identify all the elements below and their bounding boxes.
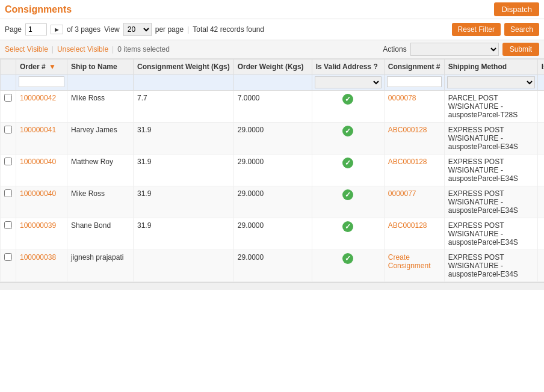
- filter-order-input[interactable]: [19, 76, 64, 87]
- row-cons-num[interactable]: ABC000128: [384, 218, 444, 250]
- row-cons-num[interactable]: Create Consignment: [384, 250, 444, 282]
- check-icon: ✓: [342, 126, 353, 136]
- row-cons-num[interactable]: 0000077: [384, 186, 444, 218]
- row-shipping-method: PARCEL POST W/SIGNATURE - ausposteParcel…: [444, 91, 537, 123]
- row-cons-weight: 31.9: [134, 155, 234, 186]
- row-checkbox[interactable]: [4, 221, 12, 229]
- order-link[interactable]: 100000041: [20, 126, 56, 134]
- order-link[interactable]: 100000042: [20, 94, 56, 102]
- order-link[interactable]: 100000040: [20, 189, 56, 198]
- filter-shipping-method-select[interactable]: [447, 76, 535, 88]
- check-icon: ✓: [342, 189, 353, 200]
- check-icon: ✓: [342, 94, 353, 105]
- search-button[interactable]: Search: [504, 23, 539, 36]
- row-labels-created: ✓: [537, 123, 544, 155]
- row-cons-weight: 31.9: [134, 218, 234, 250]
- page-input[interactable]: [25, 23, 47, 35]
- row-order-num[interactable]: 100000039: [16, 218, 67, 250]
- filter-cons-num-cell[interactable]: [384, 75, 444, 91]
- row-checkbox-cell[interactable]: [1, 186, 16, 218]
- row-order-weight: 29.0000: [233, 250, 312, 282]
- cons-num-link[interactable]: 0000078: [388, 94, 416, 102]
- row-order-weight: 29.0000: [233, 218, 312, 250]
- page-nav-icon[interactable]: ►: [51, 25, 63, 34]
- row-order-num[interactable]: 100000040: [16, 186, 67, 218]
- select-visible-link[interactable]: Select Visible: [5, 45, 48, 54]
- filter-shipping-method-cell[interactable]: [444, 75, 537, 91]
- filter-valid-address-select[interactable]: Yes No: [315, 76, 382, 88]
- sort-arrow-order: ▼: [49, 63, 56, 71]
- row-checkbox-cell[interactable]: [1, 250, 16, 282]
- row-ship-name: Mike Ross: [67, 91, 134, 123]
- table-row: 100000040Mike Ross31.929.0000✓0000077EXP…: [1, 186, 545, 218]
- order-link[interactable]: 100000038: [20, 253, 56, 262]
- filter-order-cell[interactable]: [16, 75, 67, 91]
- submit-button[interactable]: Submit: [502, 43, 539, 56]
- col-header-shipping-method: Shipping Method: [444, 60, 537, 75]
- row-checkbox[interactable]: [4, 253, 12, 261]
- col-header-order[interactable]: Order # ▼: [16, 60, 67, 75]
- items-selected-label: 0 items selected: [117, 45, 170, 54]
- consignments-table: Order # ▼ Ship to Name Consignment Weigh…: [0, 59, 544, 282]
- cons-num-link[interactable]: 0000077: [388, 189, 416, 198]
- row-checkbox[interactable]: [4, 189, 12, 197]
- row-valid-address: ✓: [312, 123, 384, 155]
- dispatch-button[interactable]: Dispatch: [494, 2, 539, 16]
- row-shipping-method: EXPRESS POST W/SIGNATURE - ausposteParce…: [444, 123, 537, 155]
- col-label-order: Order #: [20, 63, 46, 71]
- page-title: Consignments: [5, 4, 72, 15]
- col-header-cons-weight: Consignment Weight (Kgs): [134, 60, 234, 75]
- table-filter-row: Yes No: [1, 75, 545, 91]
- per-page-label: per page: [155, 25, 184, 34]
- row-checkbox[interactable]: [4, 126, 12, 133]
- filter-valid-address-cell[interactable]: Yes No: [312, 75, 384, 91]
- horizontal-scrollbar[interactable]: [0, 283, 544, 290]
- unselect-visible-link[interactable]: Unselect Visible: [57, 45, 108, 54]
- row-checkbox[interactable]: [4, 94, 12, 102]
- row-cons-num[interactable]: ABC000128: [384, 155, 444, 186]
- row-order-num[interactable]: 100000040: [16, 155, 67, 186]
- row-shipping-method: EXPRESS POST W/SIGNATURE - ausposteParce…: [444, 155, 537, 186]
- row-shipping-method: EXPRESS POST W/SIGNATURE - ausposteParce…: [444, 186, 537, 218]
- row-ship-name: Harvey James: [67, 123, 134, 155]
- row-ship-name: Shane Bond: [67, 218, 134, 250]
- row-labels-created: ✕: [537, 91, 544, 123]
- toolbar: Page ► of 3 pages View 20 50 100 200 per…: [0, 19, 544, 40]
- cons-num-link[interactable]: ABC000128: [388, 158, 427, 166]
- filter-cons-num-input[interactable]: [387, 76, 442, 87]
- row-checkbox-cell[interactable]: [1, 155, 16, 186]
- row-shipping-method: EXPRESS POST W/SIGNATURE - ausposteParce…: [444, 218, 537, 250]
- row-checkbox-cell[interactable]: [1, 218, 16, 250]
- order-link[interactable]: 100000039: [20, 221, 56, 230]
- order-link[interactable]: 100000040: [20, 158, 56, 166]
- table-header-row: Order # ▼ Ship to Name Consignment Weigh…: [1, 60, 545, 75]
- row-cons-weight: 31.9: [134, 123, 234, 155]
- row-cons-num[interactable]: ABC000128: [384, 123, 444, 155]
- create-consignment-link[interactable]: Create Consignment: [388, 253, 431, 270]
- top-bar: Consignments Dispatch: [0, 0, 544, 19]
- row-checkbox-cell[interactable]: [1, 123, 16, 155]
- per-page-select[interactable]: 20 50 100 200: [123, 23, 152, 36]
- actions-select[interactable]: Print Labels Create Consignments: [410, 43, 499, 56]
- action-bar: Select Visible | Unselect Visible | 0 it…: [0, 40, 544, 59]
- row-order-num[interactable]: 100000042: [16, 91, 67, 123]
- row-ship-name: jignesh prajapati: [67, 250, 134, 282]
- row-checkbox[interactable]: [4, 158, 12, 165]
- table-row: 100000040Matthew Roy31.929.0000✓ABC00012…: [1, 155, 545, 186]
- check-icon: ✓: [342, 253, 353, 264]
- row-order-num[interactable]: 100000041: [16, 123, 67, 155]
- check-icon: ✓: [342, 158, 353, 168]
- col-header-ship-name: Ship to Name: [67, 60, 134, 75]
- reset-filter-button[interactable]: Reset Filter: [452, 23, 501, 36]
- actions-label: Actions: [383, 45, 406, 54]
- cons-num-link[interactable]: ABC000128: [388, 126, 427, 134]
- check-icon: ✓: [342, 221, 353, 232]
- row-cons-num[interactable]: 0000078: [384, 91, 444, 123]
- row-valid-address: ✓: [312, 250, 384, 282]
- row-labels-created: ✓: [537, 186, 544, 218]
- col-header-checkbox: [1, 60, 16, 75]
- row-order-num[interactable]: 100000038: [16, 250, 67, 282]
- table-row: 100000038jignesh prajapati29.0000✓Create…: [1, 250, 545, 282]
- row-checkbox-cell[interactable]: [1, 91, 16, 123]
- cons-num-link[interactable]: ABC000128: [388, 221, 427, 230]
